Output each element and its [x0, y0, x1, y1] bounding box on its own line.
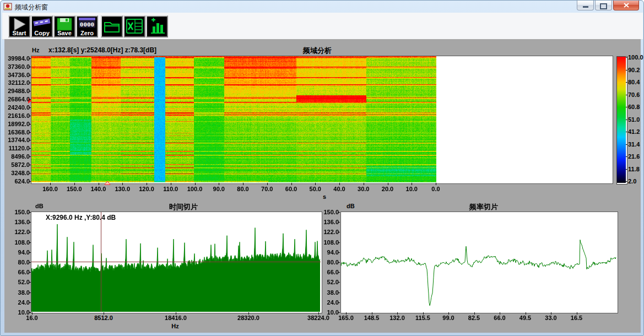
tick-mark	[29, 232, 31, 232]
save-button[interactable]: Save	[53, 15, 75, 37]
tick-label: 99.0	[435, 315, 462, 321]
tick-label: 100.0	[183, 186, 207, 192]
maximize-icon	[600, 3, 607, 9]
tick-mark	[29, 173, 31, 174]
start-button[interactable]: Start	[8, 15, 30, 37]
new-chart-button[interactable]	[146, 15, 168, 37]
tick-mark	[29, 212, 31, 213]
tick-label: 11120.0	[4, 145, 30, 151]
minimize-button[interactable]	[577, 1, 594, 10]
tick-label: 18992.0	[4, 121, 30, 127]
cursor-readout: x:132.8[s] y:25248.0[Hz] z:78.3[dB]	[48, 46, 156, 54]
tick-label: 150.0	[4, 209, 30, 215]
tick-mark	[338, 292, 340, 293]
tick-label: 148.5	[358, 315, 386, 321]
tick-label: 136.0	[313, 219, 339, 225]
tick-label: 10.0	[399, 186, 424, 192]
tick-label: 52.0	[4, 279, 30, 285]
open-file-button[interactable]	[101, 15, 123, 37]
tick-label: 60.0	[279, 186, 304, 192]
tick-label: 70.6	[628, 91, 644, 98]
tick-label: 50.0	[303, 186, 327, 192]
tick-label: 51.0	[628, 116, 644, 123]
tick-mark	[29, 140, 31, 140]
tick-label: 30.0	[351, 186, 376, 192]
tick-mark	[626, 169, 627, 170]
tick-label: 165.0	[332, 315, 360, 321]
freqslice-canvas[interactable]	[341, 212, 616, 312]
tick-mark	[500, 312, 500, 315]
tick-mark	[74, 183, 75, 185]
tick-label: 90.2	[628, 67, 644, 73]
excel-icon	[125, 17, 144, 36]
tick-label: 40.0	[327, 186, 351, 192]
tick-mark	[397, 312, 398, 315]
tick-label: 80.4	[628, 79, 644, 85]
tick-mark	[338, 222, 340, 223]
tick-mark	[29, 107, 31, 108]
tick-mark	[29, 132, 31, 133]
close-icon	[624, 3, 629, 8]
tick-label: 150.0	[313, 209, 339, 215]
freqslice-plot[interactable]	[340, 212, 618, 313]
tick-mark	[626, 181, 627, 182]
tick-label: 80.0	[313, 259, 339, 265]
tick-mark	[291, 183, 292, 185]
tick-mark	[147, 183, 147, 185]
spectrogram-title: 频域分析	[262, 46, 372, 56]
title-bar[interactable]: 频域分析窗	[1, 1, 643, 13]
tick-mark	[29, 272, 31, 273]
maximize-button[interactable]	[595, 1, 612, 10]
tick-label: 60.8	[628, 104, 644, 110]
tick-label: 34736.0	[4, 72, 30, 78]
tick-mark	[338, 212, 340, 213]
tick-mark	[338, 242, 340, 243]
tick-label: 130.0	[110, 186, 134, 192]
app-icon	[3, 2, 12, 11]
tick-mark	[248, 312, 249, 315]
copy-button[interactable]: Copy	[31, 15, 53, 37]
spectrogram-y-unit: Hz	[32, 47, 39, 53]
start-button-label: Start	[9, 30, 29, 36]
tick-label: 49.5	[512, 315, 539, 321]
minimize-icon	[583, 6, 588, 8]
timeslice-title: 时间切片	[139, 202, 228, 212]
spectrogram-plot[interactable]	[31, 56, 613, 184]
window-controls	[577, 1, 639, 10]
tick-label: 5872.0	[4, 161, 30, 168]
tick-mark	[104, 312, 104, 315]
tick-mark	[195, 183, 196, 185]
tick-mark	[243, 183, 243, 185]
timeslice-y-unit: dB	[35, 203, 44, 209]
tick-mark	[474, 312, 475, 315]
tick-label: 8512.0	[87, 315, 120, 321]
tick-label: 624.0	[4, 178, 30, 185]
spectrogram-x-unit: s	[316, 193, 333, 200]
tick-label: 38.0	[4, 289, 30, 296]
app-window: 频域分析窗 Start Copy Save	[0, 0, 644, 336]
tick-mark	[626, 156, 627, 157]
tick-mark	[372, 312, 372, 315]
tick-mark	[526, 312, 526, 315]
tick-mark	[99, 183, 99, 185]
chart-icon	[147, 17, 167, 36]
copy-button-label: Copy	[32, 30, 52, 36]
tick-mark	[176, 312, 176, 315]
tick-mark	[29, 252, 31, 253]
colorbar	[616, 56, 627, 185]
tick-label: 122.0	[313, 229, 339, 235]
tick-mark	[412, 183, 412, 185]
tick-mark	[626, 144, 627, 145]
tick-mark	[346, 312, 347, 315]
tick-mark	[338, 282, 340, 283]
spectrogram-canvas[interactable]	[31, 56, 611, 182]
close-button[interactable]	[613, 1, 639, 10]
zero-button[interactable]: 0000 Zero	[76, 15, 98, 37]
tick-mark	[29, 312, 31, 313]
tick-mark	[388, 183, 388, 185]
export-excel-button[interactable]	[123, 15, 145, 37]
tick-mark	[577, 312, 577, 315]
folder-icon	[102, 17, 122, 36]
tick-label: 16.0	[15, 315, 48, 321]
timeslice-plot[interactable]	[31, 212, 322, 313]
